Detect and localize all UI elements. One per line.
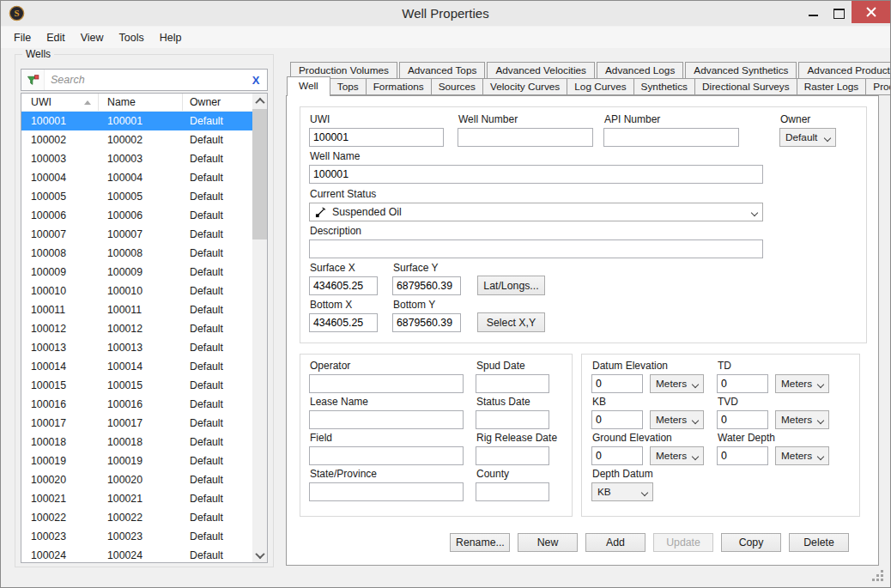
bottom-y-field[interactable] [392,313,461,332]
tab-tops[interactable]: Tops [330,78,367,95]
column-header-uwi[interactable]: UWI [21,94,99,111]
ground-elevation-unit-select[interactable]: Meters [650,446,704,465]
filter-button[interactable] [21,70,45,90]
table-row[interactable]: 100014100014Default [21,357,252,376]
resize-grip[interactable] [872,570,884,582]
cell-name: 100023 [99,530,183,543]
tab-well[interactable]: Well [287,76,330,96]
well-name-field[interactable] [309,165,763,184]
table-row[interactable]: 100021100021Default [21,489,252,508]
menu-item-view[interactable]: View [73,28,112,47]
scroll-down-button[interactable] [252,548,267,562]
tvd-field[interactable] [717,410,768,429]
table-row[interactable]: 100015100015Default [21,376,252,395]
scrollbar-thumb[interactable] [252,109,267,239]
menu-item-help[interactable]: Help [152,28,190,47]
api-number-field[interactable] [603,128,739,147]
state-province-field[interactable] [309,482,464,501]
td-unit-select[interactable]: Meters [775,374,829,393]
table-row[interactable]: 100013100013Default [21,338,252,357]
maximize-button[interactable] [826,1,852,23]
water-depth-field[interactable] [717,446,768,465]
copy-button[interactable]: Copy [721,533,781,552]
table-row[interactable]: 100010100010Default [21,282,252,300]
measurement-datum-elevation: Datum ElevationMeters [591,360,717,396]
tab-sources[interactable]: Sources [431,78,483,95]
county-field[interactable] [476,482,549,501]
detail-field-state-province: State/Province [309,468,476,504]
tab-production-entity[interactable]: Production Entity [865,78,891,95]
menu-item-tools[interactable]: Tools [112,28,152,47]
current-status-select[interactable]: Suspended Oil [309,203,763,221]
spud-date-field[interactable] [476,374,549,393]
tab-formations[interactable]: Formations [366,78,432,95]
operator-field[interactable] [309,374,464,393]
lat-longs-button[interactable]: Lat/Longs... [477,276,545,295]
table-row[interactable]: 100018100018Default [21,433,252,452]
table-row[interactable]: 100019100019Default [21,452,252,470]
tab-velocity-curves[interactable]: Velocity Curves [482,78,567,95]
tab-raster-logs[interactable]: Raster Logs [797,78,867,95]
table-row[interactable]: 100011100011Default [21,300,252,319]
surface-x-field[interactable] [309,276,378,295]
delete-button[interactable]: Delete [789,533,849,552]
status-date-field[interactable] [476,410,549,429]
kb-field[interactable] [591,410,643,429]
menu-item-file[interactable]: File [6,28,39,47]
table-row[interactable]: 100020100020Default [21,470,252,489]
rig-release-date-field[interactable] [476,446,549,465]
new-button[interactable]: New [518,533,578,552]
datum-elevation-field[interactable] [591,374,643,393]
table-row[interactable]: 100003100003Default [21,149,252,168]
rename--button[interactable]: Rename... [450,533,510,552]
description-field[interactable] [309,239,763,258]
column-header-owner[interactable]: Owner [183,94,252,111]
wells-scrollbar[interactable] [252,94,267,562]
cell-name: 100003 [99,153,183,165]
table-row[interactable]: 100009100009Default [21,263,252,282]
datum-elevation-unit-select[interactable]: Meters [650,374,704,393]
water-depth-unit-select[interactable]: Meters [775,446,829,465]
tab-directional-surveys[interactable]: Directional Surveys [694,78,797,95]
table-row[interactable]: 100017100017Default [21,414,252,433]
surface-y-field[interactable] [392,276,461,295]
clear-search-button[interactable]: X [245,74,267,87]
td-field[interactable] [717,374,768,393]
table-row[interactable]: 100012100012Default [21,319,252,338]
update-button[interactable]: Update [653,533,713,552]
table-row[interactable]: 100004100004Default [21,168,252,187]
table-row[interactable]: 100007100007Default [21,225,252,244]
table-row[interactable]: 100002100002Default [21,130,252,149]
table-row[interactable]: 100001100001Default [21,112,252,130]
add-button[interactable]: Add [585,533,646,552]
cell-name: 100024 [99,549,183,561]
table-row[interactable]: 100005100005Default [21,187,252,206]
column-header-name[interactable]: Name [99,94,183,111]
owner-select[interactable]: Default [779,128,836,147]
tab-synthetics[interactable]: Synthetics [633,78,695,95]
current-status-label: Current Status [310,188,763,200]
table-row[interactable]: 100008100008Default [21,244,252,263]
tvd-unit-select[interactable]: Meters [775,410,829,429]
menu-item-edit[interactable]: Edit [39,28,73,47]
search-input[interactable] [45,74,245,86]
field-field[interactable] [309,446,464,465]
table-row[interactable]: 100022100022Default [21,508,252,527]
table-row[interactable]: 100006100006Default [21,206,252,225]
close-button[interactable] [852,1,890,23]
well-number-field[interactable] [458,128,593,147]
select-xy-button[interactable]: Select X,Y [477,312,545,332]
table-row[interactable]: 100016100016Default [21,395,252,414]
table-row[interactable]: 100023100023Default [21,527,252,546]
lease-name-field[interactable] [309,410,464,429]
chevron-down-icon [817,381,824,388]
kb-unit-select[interactable]: Meters [650,410,704,429]
scroll-up-button[interactable] [252,94,267,108]
tab-log-curves[interactable]: Log Curves [567,78,633,95]
ground-elevation-field[interactable] [591,446,643,465]
depth-datum-select[interactable]: KB [591,482,653,501]
bottom-x-field[interactable] [309,313,378,332]
uwi-field[interactable] [309,128,444,147]
minimize-button[interactable] [800,1,826,23]
table-row[interactable]: 100024100024Default [21,546,252,563]
